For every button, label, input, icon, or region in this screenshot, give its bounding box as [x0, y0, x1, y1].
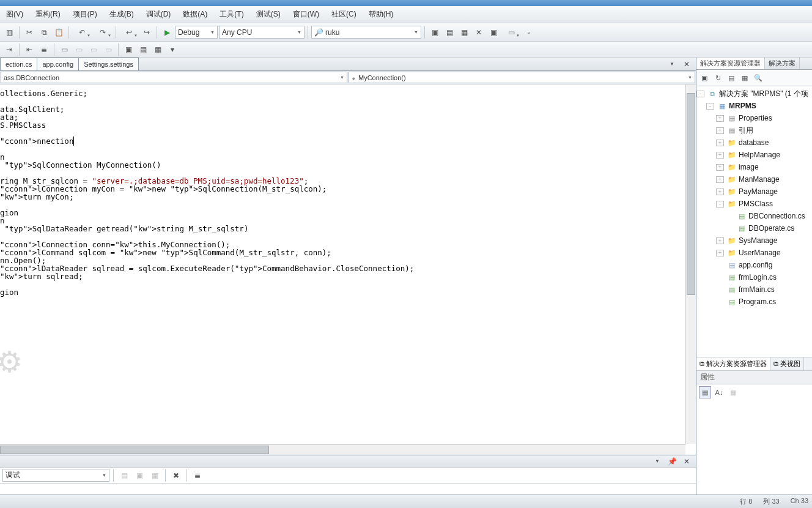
expander-icon[interactable]: +	[716, 189, 724, 195]
rp-tool-icon[interactable]: ▣	[698, 72, 711, 84]
expander-icon[interactable]: +	[716, 176, 724, 183]
cut-icon[interactable]: ✂	[23, 26, 36, 39]
tool-icon-1[interactable]: ▣	[428, 26, 441, 39]
tree-row[interactable]: +📁UserManage	[696, 247, 812, 259]
menu-item[interactable]: 生成(B)	[106, 8, 138, 21]
redo-icon[interactable]: ↷	[93, 26, 113, 39]
tool-icon-6[interactable]: ▭	[501, 26, 521, 39]
copy-icon[interactable]: ⧉	[37, 26, 51, 39]
class-view-bottom-tab[interactable]: ⧉类视图	[770, 357, 804, 370]
tree-row[interactable]: +📁database	[696, 136, 812, 149]
ot-3-icon[interactable]: ▦	[148, 469, 161, 482]
tool-icon-3[interactable]: ▦	[457, 26, 471, 39]
tree-row[interactable]: +📁image	[696, 161, 812, 173]
platform-combo[interactable]: Any CPU	[219, 26, 304, 39]
new-file-icon[interactable]: ▥	[2, 26, 16, 39]
expander-icon[interactable]: -	[696, 91, 704, 97]
tree-row[interactable]: ▤frmLogin.cs	[696, 271, 812, 283]
config-combo[interactable]: Debug	[175, 26, 218, 39]
alpha-sort-icon[interactable]: A↓	[713, 386, 725, 398]
close-tab-icon[interactable]: ✕	[680, 58, 693, 71]
indent-icon[interactable]: ⇥	[2, 43, 16, 56]
b5-icon[interactable]: ▣	[122, 43, 135, 56]
b2-icon[interactable]: ▭	[72, 43, 86, 56]
expander-icon[interactable]: +	[716, 250, 724, 256]
scrollbar-thumb[interactable]	[687, 93, 695, 295]
ot-1-icon[interactable]: ▤	[117, 469, 131, 482]
window-options-icon[interactable]: ▼	[665, 58, 679, 71]
outdent-icon[interactable]: ⇤	[23, 43, 36, 56]
close-icon[interactable]: ✕	[680, 455, 693, 468]
properties-grid[interactable]	[696, 400, 812, 504]
tree-row[interactable]: +📁PayManage	[696, 185, 812, 198]
b4-icon[interactable]: ▭	[102, 43, 115, 56]
tool-icon-5[interactable]: ▣	[487, 26, 500, 39]
expander-icon[interactable]: +	[716, 127, 724, 134]
file-tab-active[interactable]: ection.cs	[0, 58, 37, 70]
comment-icon[interactable]: ≣	[37, 43, 51, 56]
prop-page-icon[interactable]: ▦	[727, 386, 739, 398]
b3-icon[interactable]: ▭	[87, 43, 100, 56]
file-tab[interactable]: Settings.settings	[78, 58, 139, 70]
rp-tool-icon[interactable]: ↻	[712, 72, 724, 84]
code-editor[interactable]: ollections.Generic; ata.SqlClient; ata; …	[0, 84, 696, 455]
b6-icon[interactable]: ▤	[136, 43, 150, 56]
solution-explorer-tab[interactable]: 解决方案资源管理器	[696, 58, 765, 69]
tree-row[interactable]: +▤引用	[696, 124, 812, 136]
menu-item[interactable]: 测试(S)	[253, 8, 284, 21]
tree-row[interactable]: ▤app.config	[696, 259, 812, 271]
ot-2-icon[interactable]: ▣	[133, 469, 146, 482]
tree-row[interactable]: -📁PMSClass	[696, 198, 812, 210]
tree-row[interactable]: +▤Properties	[696, 112, 812, 124]
tree-row[interactable]: -⧉解决方案 "MRPMS" (1 个项	[696, 88, 812, 100]
tool-icon-7[interactable]: ▫	[522, 26, 536, 39]
nav-back-icon[interactable]: ↩	[119, 26, 139, 39]
tree-row[interactable]: ▤frmMain.cs	[696, 283, 812, 296]
tree-row[interactable]: ▤DBConnection.cs	[696, 210, 812, 222]
menu-item[interactable]: 调试(D)	[142, 8, 175, 21]
rp-tool-icon[interactable]: ▦	[739, 72, 751, 84]
ot-5-icon[interactable]: ≣	[191, 469, 204, 482]
solution-tree[interactable]: -⧉解决方案 "MRPMS" (1 个项-▦MRPMS+▤Properties+…	[696, 86, 812, 357]
dropdown-icon[interactable]: ▼	[651, 455, 664, 468]
expander-icon[interactable]: +	[716, 152, 724, 159]
type-selector[interactable]: ass.DBConnection	[1, 72, 347, 83]
expander-icon[interactable]: -	[716, 201, 724, 207]
tool-icon-2[interactable]: ▤	[443, 26, 456, 39]
ot-4-icon[interactable]: ✖	[169, 469, 183, 482]
menu-item[interactable]: 窗口(W)	[289, 8, 323, 21]
b7-icon[interactable]: ▦	[151, 43, 164, 56]
categorized-icon[interactable]: ▤	[699, 386, 711, 398]
overflow-icon[interactable]: ▾	[166, 43, 179, 56]
paste-icon[interactable]: 📋	[52, 26, 65, 39]
solution-secondary-tab[interactable]: 解决方案	[765, 58, 800, 69]
search-combo[interactable]: 🔎ruku	[311, 26, 421, 39]
rp-tool-icon[interactable]: ▤	[725, 72, 737, 84]
solution-explorer-bottom-tab[interactable]: ⧉解决方案资源管理器	[696, 357, 770, 370]
pin-icon[interactable]: 📌	[665, 455, 679, 468]
undo-icon[interactable]: ↶	[72, 26, 92, 39]
file-tab[interactable]: app.config	[37, 58, 79, 70]
expander-icon[interactable]: +	[716, 115, 724, 122]
tree-row[interactable]: +📁ManManage	[696, 173, 812, 185]
menu-item[interactable]: 重构(R)	[32, 8, 64, 21]
tool-icon-4[interactable]: ✕	[472, 26, 485, 39]
menu-item[interactable]: 帮助(H)	[365, 8, 397, 21]
expander-icon[interactable]: +	[716, 140, 724, 146]
menu-item[interactable]: 图(V)	[2, 8, 27, 21]
menu-item[interactable]: 数据(A)	[179, 8, 211, 21]
menu-item[interactable]: 社区(C)	[328, 8, 360, 21]
member-selector[interactable]: ⬥MyConnection()	[349, 72, 695, 83]
scrollbar-horizontal[interactable]	[0, 444, 685, 455]
tree-row[interactable]: ▤DBOperate.cs	[696, 222, 812, 234]
tree-row[interactable]: ▤Program.cs	[696, 296, 812, 308]
output-source-combo[interactable]: 调试	[2, 469, 109, 482]
tree-row[interactable]: +📁HelpManage	[696, 149, 812, 161]
scrollbar-vertical[interactable]	[685, 84, 696, 444]
expander-icon[interactable]: +	[716, 164, 724, 171]
tree-row[interactable]: +📁SysManage	[696, 234, 812, 247]
bookmark-icon[interactable]: ▭	[57, 43, 71, 56]
expander-icon[interactable]: +	[716, 237, 724, 244]
menu-item[interactable]: 项目(P)	[69, 8, 101, 21]
tree-row[interactable]: -▦MRPMS	[696, 100, 812, 112]
